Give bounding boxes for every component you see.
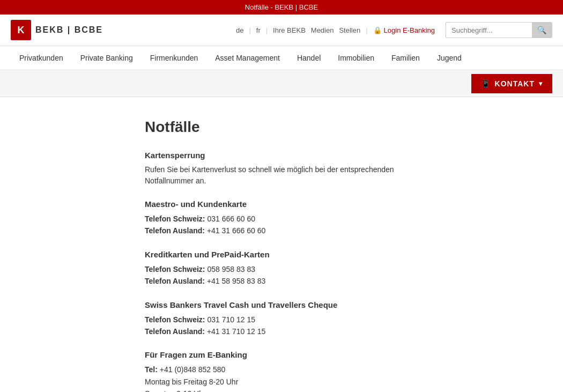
nav-jugend[interactable]: Jugend	[428, 46, 470, 70]
nav-familien[interactable]: Familien	[383, 46, 428, 70]
logo-icon: K	[11, 20, 31, 40]
header-links: de | fr | Ihre BEKB Medien Stellen | 🔒 L…	[236, 26, 435, 34]
content: Notfälle Kartensperrung Rufen Sie bei Ka…	[0, 97, 402, 392]
top-bar: Notfälle - BEKB | BCBE	[0, 0, 563, 14]
kredit-ausland: Telefon Ausland: +41 58 958 83 83	[145, 275, 402, 287]
kredit-schweiz-value: 058 958 83 83	[207, 265, 255, 273]
lang-divider: |	[249, 26, 250, 34]
nav-private-banking[interactable]: Private Banking	[72, 46, 142, 70]
swiss-schweiz: Telefon Schweiz: 031 710 12 15	[145, 314, 402, 326]
chevron-down-icon: ▾	[539, 80, 543, 87]
swiss-bankers-section: Swiss Bankers Travel Cash und Travellers…	[145, 300, 402, 338]
main-nav: Privatkunden Private Banking Firmenkunde…	[0, 46, 563, 70]
kreditkarten-title: Kreditkarten und PrePaid-Karten	[145, 250, 402, 259]
maestro-ausland-label: Telefon Ausland:	[145, 226, 205, 235]
ihre-bekb-link[interactable]: Ihre BEKB	[273, 26, 306, 34]
search-icon: 🔍	[537, 26, 546, 34]
ebanking-tel-value: +41 (0)848 852 580	[160, 365, 226, 374]
maestro-schweiz: Telefon Schweiz: 031 666 60 60	[145, 213, 402, 225]
kontakt-label: KONTAKT	[495, 79, 535, 88]
maestro-title: Maestro- und Kundenkarte	[145, 199, 402, 209]
phone-icon: 📱	[481, 79, 491, 88]
maestro-ausland: Telefon Ausland: +41 31 666 60 60	[145, 225, 402, 236]
swiss-schweiz-label: Telefon Schweiz:	[145, 315, 205, 324]
swiss-schweiz-value: 031 710 12 15	[207, 315, 255, 324]
nav-asset-management[interactable]: Asset Management	[206, 46, 288, 70]
page-title: Notfälle	[145, 119, 402, 136]
search-button[interactable]: 🔍	[532, 23, 552, 38]
login-divider: |	[366, 26, 367, 34]
kartensperrung-section: Kartensperrung Rufen Sie bei Kartenverlu…	[145, 151, 402, 187]
ebanking-hours2: Samstag 9-16 Uhr	[145, 388, 402, 392]
kartensperrung-text: Rufen Sie bei Kartenverlust so schnell w…	[145, 164, 402, 187]
login-button[interactable]: 🔒 Login E-Banking	[373, 26, 435, 34]
lock-icon: 🔒	[373, 26, 382, 34]
nav-privatkunden[interactable]: Privatkunden	[11, 46, 72, 70]
nav-immobilien[interactable]: Immobilien	[329, 46, 383, 70]
ebanking-title: Für Fragen zum E-Banking	[145, 350, 402, 359]
maestro-section: Maestro- und Kundenkarte Telefon Schweiz…	[145, 199, 402, 237]
ebanking-tel-label: Tel:	[145, 365, 158, 374]
maestro-schweiz-label: Telefon Schweiz:	[145, 215, 205, 223]
stellen-link[interactable]: Stellen	[339, 26, 360, 34]
kartensperrung-title: Kartensperrung	[145, 151, 402, 160]
top-bar-text: Notfälle - BEKB | BCBE	[245, 3, 318, 11]
swiss-ausland-value: +41 31 710 12 15	[207, 327, 265, 336]
kredit-ausland-label: Telefon Ausland:	[145, 277, 205, 285]
swiss-ausland: Telefon Ausland: +41 31 710 12 15	[145, 326, 402, 337]
search-input[interactable]	[446, 23, 532, 38]
medien-link[interactable]: Medien	[311, 26, 334, 34]
search-area: 🔍	[446, 22, 552, 38]
kredit-schweiz: Telefon Schweiz: 058 958 83 83	[145, 263, 402, 275]
ebanking-hours1: Montag bis Freitag 8-20 Uhr	[145, 376, 402, 388]
logo-text: BEKB | BCBE	[31, 25, 103, 35]
kreditkarten-section: Kreditkarten und PrePaid-Karten Telefon …	[145, 250, 402, 287]
login-label: Login E-Banking	[384, 26, 435, 34]
nav-firmenkunden[interactable]: Firmenkunden	[142, 46, 207, 70]
ebanking-tel: Tel: +41 (0)848 852 580	[145, 364, 402, 375]
swiss-ausland-label: Telefon Ausland:	[145, 327, 205, 336]
logo-area: K BEKB | BCBE	[11, 20, 103, 40]
ebanking-section: Für Fragen zum E-Banking Tel: +41 (0)848…	[145, 350, 402, 392]
header: K BEKB | BCBE de | fr | Ihre BEKB Medien…	[0, 14, 563, 46]
maestro-schweiz-value: 031 666 60 60	[207, 215, 255, 223]
links-divider: |	[266, 26, 268, 34]
sub-nav: 📱 KONTAKT ▾	[0, 70, 563, 97]
kontakt-button[interactable]: 📱 KONTAKT ▾	[471, 74, 552, 93]
swiss-bankers-title: Swiss Bankers Travel Cash und Travellers…	[145, 300, 402, 309]
nav-handel[interactable]: Handel	[288, 46, 329, 70]
kredit-schweiz-label: Telefon Schweiz:	[145, 265, 205, 273]
lang-de-link[interactable]: de	[236, 26, 243, 34]
kredit-ausland-value: +41 58 958 83 83	[207, 277, 265, 285]
lang-fr-link[interactable]: fr	[256, 26, 261, 34]
maestro-ausland-value: +41 31 666 60 60	[207, 226, 265, 235]
